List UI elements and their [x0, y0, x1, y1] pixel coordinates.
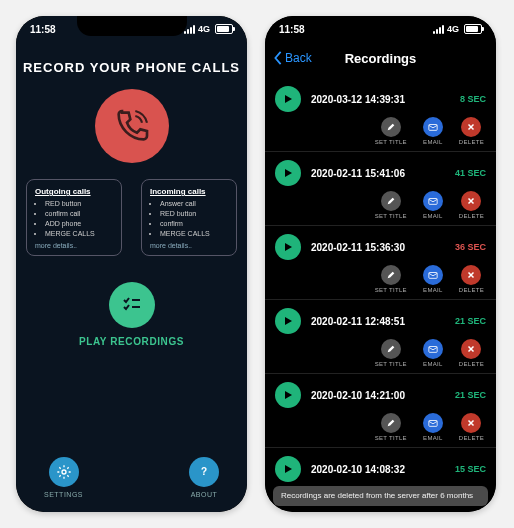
pencil-icon — [381, 265, 401, 285]
text: MERGE CALLS — [160, 229, 228, 239]
action-label: DELETE — [459, 139, 484, 145]
pencil-icon — [381, 413, 401, 433]
set-title-button[interactable]: SET TITLE — [375, 117, 407, 145]
play-button[interactable] — [275, 308, 301, 334]
close-icon — [461, 339, 481, 359]
recording-duration: 41 SEC — [455, 168, 486, 178]
action-label: DELETE — [459, 213, 484, 219]
set-title-button[interactable]: SET TITLE — [375, 265, 407, 293]
text: RED button — [45, 199, 113, 209]
chevron-left-icon — [273, 51, 283, 65]
mail-icon — [423, 191, 443, 211]
recording-duration: 21 SEC — [455, 390, 486, 400]
action-label: SET TITLE — [375, 287, 407, 293]
svg-text:?: ? — [201, 466, 207, 477]
status-time: 11:58 — [279, 24, 305, 35]
incoming-heading: Incoming calls — [150, 186, 228, 197]
notch — [326, 16, 436, 36]
settings-button[interactable]: SETTINGS — [44, 457, 83, 498]
close-icon — [461, 265, 481, 285]
text: ADD phone — [45, 219, 113, 229]
action-label: DELETE — [459, 435, 484, 441]
recording-title: 2020-02-10 14:08:32 — [311, 464, 445, 475]
recordings-list[interactable]: 2020-03-12 14:39:318 SECSET TITLEEMAILDE… — [265, 78, 496, 486]
phone-screen-recordings: 11:58 4G Back Recordings 2020-03-12 14:3… — [265, 16, 496, 512]
email-button[interactable]: EMAIL — [423, 413, 443, 441]
delete-button[interactable]: DELETE — [459, 117, 484, 145]
svg-point-0 — [62, 470, 66, 474]
network-label: 4G — [198, 24, 210, 34]
set-title-button[interactable]: SET TITLE — [375, 191, 407, 219]
recording-title: 2020-02-11 15:41:06 — [311, 168, 445, 179]
outgoing-callout[interactable]: Outgoing calls RED button confirm call A… — [26, 179, 122, 256]
checklist-icon — [120, 293, 144, 317]
close-icon — [461, 413, 481, 433]
notch — [77, 16, 187, 36]
phone-screen-home: 11:58 4G RECORD YOUR PHONE CALLS Outgoin… — [16, 16, 247, 512]
delete-button[interactable]: DELETE — [459, 413, 484, 441]
text: RED button — [160, 209, 228, 219]
text: confirm call — [45, 209, 113, 219]
page-title: RECORD YOUR PHONE CALLS — [23, 60, 240, 75]
action-label: EMAIL — [423, 361, 443, 367]
close-icon — [461, 191, 481, 211]
about-label: ABOUT — [191, 491, 218, 498]
gear-icon — [56, 464, 72, 480]
recording-row: 2020-02-11 15:41:0641 SECSET TITLEEMAILD… — [265, 152, 496, 226]
recording-title: 2020-02-11 12:48:51 — [311, 316, 445, 327]
play-button[interactable] — [275, 234, 301, 260]
action-label: SET TITLE — [375, 361, 407, 367]
more-link[interactable]: more details.. — [150, 241, 228, 251]
delete-button[interactable]: DELETE — [459, 339, 484, 367]
info-toast: Recordings are deleted from the server a… — [273, 486, 488, 506]
action-label: DELETE — [459, 361, 484, 367]
play-button[interactable] — [275, 456, 301, 482]
recording-row: 2020-02-11 15:36:3036 SECSET TITLEEMAILD… — [265, 226, 496, 300]
delete-button[interactable]: DELETE — [459, 265, 484, 293]
record-button[interactable] — [95, 89, 169, 163]
recording-duration: 36 SEC — [455, 242, 486, 252]
recording-row: 2020-02-11 12:48:5121 SECSET TITLEEMAILD… — [265, 300, 496, 374]
network-label: 4G — [447, 24, 459, 34]
play-button[interactable] — [275, 160, 301, 186]
play-button[interactable] — [275, 382, 301, 408]
mail-icon — [423, 339, 443, 359]
recording-row: 2020-02-10 14:08:3215 SECSET TITLEEMAILD… — [265, 448, 496, 486]
action-label: EMAIL — [423, 435, 443, 441]
pencil-icon — [381, 191, 401, 211]
recording-duration: 8 SEC — [460, 94, 486, 104]
recording-row: 2020-03-12 14:39:318 SECSET TITLEEMAILDE… — [265, 78, 496, 152]
outgoing-heading: Outgoing calls — [35, 186, 113, 197]
recording-title: 2020-02-11 15:36:30 — [311, 242, 445, 253]
settings-label: SETTINGS — [44, 491, 83, 498]
about-button[interactable]: ? ABOUT — [189, 457, 219, 498]
email-button[interactable]: EMAIL — [423, 265, 443, 293]
email-button[interactable]: EMAIL — [423, 339, 443, 367]
play-button[interactable] — [275, 86, 301, 112]
text: confirm — [160, 219, 228, 229]
mail-icon — [423, 413, 443, 433]
recording-duration: 21 SEC — [455, 316, 486, 326]
pencil-icon — [381, 339, 401, 359]
email-button[interactable]: EMAIL — [423, 117, 443, 145]
play-recordings-button[interactable] — [109, 282, 155, 328]
action-label: DELETE — [459, 287, 484, 293]
battery-icon — [464, 24, 482, 34]
more-link[interactable]: more details.. — [35, 241, 113, 251]
action-label: EMAIL — [423, 213, 443, 219]
set-title-button[interactable]: SET TITLE — [375, 339, 407, 367]
back-button[interactable]: Back — [273, 51, 312, 65]
recording-duration: 15 SEC — [455, 464, 486, 474]
close-icon — [461, 117, 481, 137]
back-label: Back — [285, 51, 312, 65]
status-time: 11:58 — [30, 24, 56, 35]
delete-button[interactable]: DELETE — [459, 191, 484, 219]
action-label: SET TITLE — [375, 213, 407, 219]
mail-icon — [423, 265, 443, 285]
incoming-callout[interactable]: Incoming calls Answer call RED button co… — [141, 179, 237, 256]
pencil-icon — [381, 117, 401, 137]
email-button[interactable]: EMAIL — [423, 191, 443, 219]
recording-row: 2020-02-10 14:21:0021 SECSET TITLEEMAILD… — [265, 374, 496, 448]
action-label: SET TITLE — [375, 435, 407, 441]
set-title-button[interactable]: SET TITLE — [375, 413, 407, 441]
